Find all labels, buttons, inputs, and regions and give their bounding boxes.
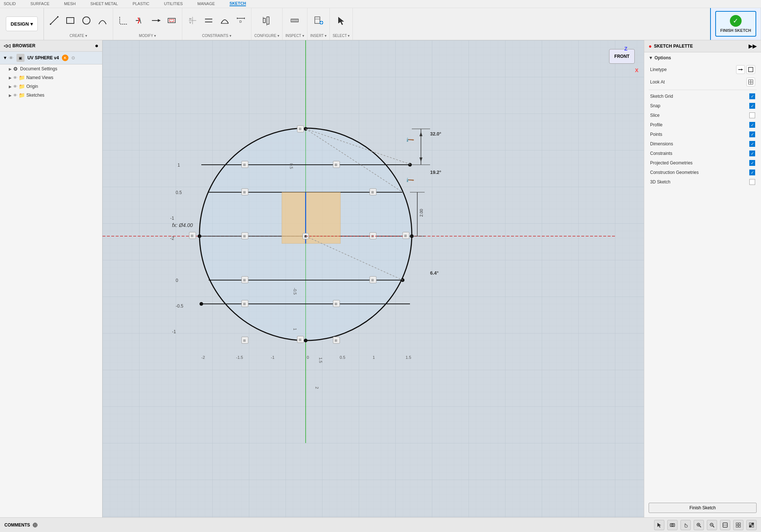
tab-manage[interactable]: MANAGE	[197, 1, 215, 6]
offset-tool[interactable]	[164, 12, 179, 30]
profile-checkbox[interactable]: ✓	[749, 122, 755, 128]
sketches-eye-icon[interactable]: 👁	[13, 93, 17, 97]
measure-tool[interactable]	[287, 12, 302, 30]
tab-surface[interactable]: SURFACE	[30, 1, 49, 6]
view-cube[interactable]: Z FRONT X	[607, 48, 637, 77]
grid-mode-btn[interactable]	[733, 520, 743, 530]
palette-row-slice[interactable]: Slice	[649, 111, 757, 120]
arc-tool[interactable]	[95, 12, 110, 30]
constraints-checkbox[interactable]: ✓	[749, 150, 755, 156]
tree-origin[interactable]: ▶ 👁 📁 Origin	[0, 82, 102, 91]
tab-sketch[interactable]: SKETCH	[230, 1, 246, 6]
svg-rect-87	[282, 192, 340, 243]
slice-checkbox[interactable]	[749, 112, 755, 118]
palette-row-3d-sketch[interactable]: 3D Sketch	[649, 177, 757, 187]
svg-text:2: 2	[315, 387, 319, 389]
design-button[interactable]: DESIGN ▾	[6, 16, 38, 31]
palette-row-dimensions[interactable]: Dimensions ✓	[649, 139, 757, 149]
projected-geometries-label: Projected Geometries	[650, 160, 693, 165]
hand-tool-btn[interactable]	[680, 520, 691, 530]
tree-sketches[interactable]: ▶ 👁 📁 Sketches	[0, 91, 102, 100]
uvsphere-visibility-icon[interactable]: 👁	[9, 55, 14, 61]
browser-close-icon[interactable]: ●	[95, 42, 98, 49]
uvsphere-node[interactable]: ▼ 👁 ▣ UV SPHERE v4 K ⊙	[0, 52, 102, 64]
points-checkbox[interactable]: ✓	[749, 131, 755, 137]
zoom-minus-btn[interactable]	[707, 520, 717, 530]
cursor-tool-btn[interactable]	[654, 520, 664, 530]
canvas-area[interactable]: ⊞ ⊞ ⊞ ⊞ ⊞ ⊞ ⊞ ⊞	[102, 40, 644, 517]
svg-text:1: 1	[373, 355, 375, 360]
svg-text:-0.5: -0.5	[176, 304, 183, 309]
dimensions-checkbox[interactable]: ✓	[749, 141, 755, 147]
palette-row-points[interactable]: Points ✓	[649, 130, 757, 139]
browser-collapse-icon[interactable]: ◁◁	[4, 43, 10, 48]
camera-tool-btn[interactable]	[667, 520, 678, 530]
palette-expand-icon[interactable]: ▶▶	[749, 43, 757, 49]
configure-buttons	[260, 10, 274, 34]
projected-geometries-checkbox[interactable]: ✓	[749, 160, 755, 166]
snap-checkbox[interactable]: ✓	[749, 103, 755, 109]
palette-row-constraints[interactable]: Constraints ✓	[649, 149, 757, 158]
line-tool[interactable]	[47, 12, 61, 30]
tab-solid[interactable]: SOLID	[4, 1, 16, 6]
finish-sketch-bottom-button[interactable]: Finish Sketch	[649, 503, 757, 513]
rectangle-tool[interactable]	[63, 12, 78, 30]
insert-tool[interactable]	[311, 12, 326, 30]
tab-mesh[interactable]: MESH	[64, 1, 76, 6]
named-views-arrow: ▶	[9, 76, 12, 80]
palette-row-snap[interactable]: Snap ✓	[649, 101, 757, 111]
tree-named-views[interactable]: ▶ 👁 📁 Named Views	[0, 73, 102, 82]
select-tool[interactable]	[334, 12, 348, 30]
origin-eye-icon[interactable]: 👁	[13, 84, 17, 89]
svg-text:0.5: 0.5	[176, 190, 182, 195]
select-buttons	[334, 10, 348, 34]
trim-tool[interactable]	[132, 12, 147, 30]
3d-sketch-label: 3D Sketch	[650, 179, 670, 185]
svg-point-59	[304, 339, 307, 342]
sketchgrid-checkbox[interactable]: ✓	[749, 93, 755, 99]
group-inspect: INSPECT ▾	[283, 8, 307, 40]
palette-row-projected-geometries[interactable]: Projected Geometries ✓	[649, 158, 757, 168]
sketches-label: Sketches	[26, 93, 44, 98]
palette-row-profile[interactable]: Profile ✓	[649, 120, 757, 130]
lookat-icon[interactable]	[746, 78, 755, 86]
group-modify: MODIFY ▾	[113, 8, 182, 40]
tab-plastic[interactable]: PLASTIC	[133, 1, 149, 6]
svg-text:0: 0	[307, 355, 309, 360]
toolbar: SOLID SURFACE MESH SHEET METAL PLASTIC U…	[0, 0, 761, 40]
tab-sheet-metal[interactable]: SHEET METAL	[90, 1, 118, 6]
palette-row-construction-geometries[interactable]: Construction Geometries ✓	[649, 168, 757, 177]
circle-tool[interactable]	[79, 12, 94, 30]
named-views-eye-icon[interactable]: 👁	[13, 75, 17, 80]
tangent-constraint[interactable]	[217, 12, 232, 30]
lookat-label: Look At	[650, 79, 665, 85]
extend-tool[interactable]	[148, 12, 163, 30]
linetype-icon1[interactable]	[736, 65, 745, 74]
group-constraints: H V	[182, 8, 251, 40]
sketchgrid-label: Sketch Grid	[650, 94, 673, 99]
settings-btn[interactable]	[746, 520, 757, 530]
view-cube-face[interactable]: FRONT	[609, 49, 635, 64]
3d-sketch-checkbox[interactable]	[749, 179, 755, 185]
svg-text:-1: -1	[271, 355, 275, 360]
svg-marker-137	[657, 523, 661, 528]
add-comment-icon[interactable]: ⊕	[32, 521, 38, 529]
tree-document-settings[interactable]: ▶ ⚙ Document Settings	[0, 64, 102, 73]
tab-utilities[interactable]: UTILITIES	[164, 1, 183, 6]
palette-row-sketchgrid[interactable]: Sketch Grid ✓	[649, 92, 757, 101]
svg-rect-9	[168, 18, 175, 23]
display-mode-btn[interactable]	[720, 520, 730, 530]
uvsphere-settings-icon[interactable]: ⊙	[71, 55, 75, 60]
fillet-tool[interactable]	[116, 12, 131, 30]
linetype-icon2[interactable]	[746, 65, 755, 74]
svg-rect-22	[263, 18, 265, 23]
svg-rect-133	[749, 67, 753, 72]
configure-tool[interactable]	[260, 12, 274, 30]
svg-text:⊞: ⊞	[191, 234, 194, 238]
sketch-dimension[interactable]: D	[234, 12, 248, 30]
equal-constraint[interactable]	[201, 12, 216, 30]
horizontal-vertical-constraint[interactable]: H V	[185, 12, 200, 30]
construction-geometries-checkbox[interactable]: ✓	[749, 170, 755, 175]
finish-sketch-button[interactable]: ✓ FINISH SKETCH	[715, 11, 756, 37]
zoom-plus-btn[interactable]	[694, 520, 704, 530]
